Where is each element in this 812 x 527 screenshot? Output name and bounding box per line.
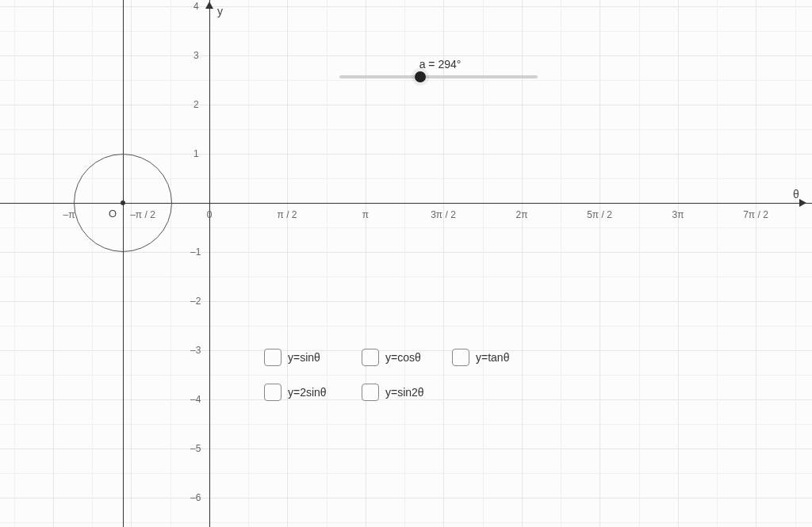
grid-minor-h xyxy=(0,129,812,130)
grid-v xyxy=(756,0,756,527)
grid-v xyxy=(366,0,366,527)
checkbox-2sin[interactable]: y=2sinθ xyxy=(264,384,327,401)
grid-minor-v xyxy=(170,0,171,527)
x-tick: π / 2 xyxy=(278,209,297,220)
grid-v xyxy=(53,0,54,527)
y-tick: –5 xyxy=(190,443,201,454)
x-tick: 2π xyxy=(516,209,528,220)
checkbox-tan[interactable]: y=tanθ xyxy=(452,349,509,366)
grid-v xyxy=(287,0,288,527)
x-tick: 3π xyxy=(672,209,684,220)
x-tick: π xyxy=(362,209,369,220)
grid-minor-v xyxy=(327,0,327,527)
grid-minor-v xyxy=(92,0,93,527)
y-tick: –4 xyxy=(190,394,201,405)
checkbox-label: y=sinθ xyxy=(288,351,320,364)
grid-minor-h xyxy=(0,375,812,376)
x-tick: 5π / 2 xyxy=(587,209,612,220)
checkbox-box-icon xyxy=(452,349,469,366)
grid-v xyxy=(443,0,444,527)
checkbox-box-icon xyxy=(362,384,379,401)
x-axis-label: θ xyxy=(793,188,799,200)
checkbox-sin2[interactable]: y=sin2θ xyxy=(362,384,424,401)
y-tick: 3 xyxy=(193,50,199,61)
y-tick: –2 xyxy=(190,296,201,307)
x-tick: 0 xyxy=(207,209,213,220)
checkbox-box-icon xyxy=(362,349,379,366)
x-tick: 3π / 2 xyxy=(431,209,456,220)
slider-track[interactable] xyxy=(339,75,538,78)
grid-v xyxy=(131,0,132,527)
grid-minor-h xyxy=(0,424,812,425)
checkbox-label: y=tanθ xyxy=(476,351,509,364)
grid-v xyxy=(522,0,523,527)
grid-minor-v xyxy=(404,0,405,527)
x-axis-arrow-icon xyxy=(799,199,806,207)
grid-minor-v xyxy=(795,0,796,527)
y-axis xyxy=(209,0,210,527)
grid-minor-h xyxy=(0,473,812,474)
grid-minor-h xyxy=(0,522,812,523)
checkbox-box-icon xyxy=(264,349,282,366)
unit-circle-center-point[interactable] xyxy=(121,200,125,205)
checkbox-label: y=cosθ xyxy=(385,351,421,364)
grid-minor-v xyxy=(248,0,249,527)
grid-v xyxy=(678,0,679,527)
grid-minor-v xyxy=(639,0,640,527)
grid-minor-v xyxy=(717,0,718,527)
y-tick: –1 xyxy=(190,246,201,258)
grid-h xyxy=(0,449,812,449)
grid-minor-h xyxy=(0,326,812,327)
grid-h xyxy=(0,252,812,253)
grid-minor-h xyxy=(0,31,812,32)
grid-h xyxy=(0,105,812,105)
slider-thumb[interactable] xyxy=(415,71,426,82)
x-tick: –π xyxy=(63,209,75,220)
grid-minor-h xyxy=(0,80,812,81)
grid-minor-v xyxy=(483,0,484,527)
grid-h xyxy=(0,55,812,56)
grid-minor-v xyxy=(561,0,561,527)
checkbox-label: y=2sinθ xyxy=(288,386,327,399)
x-tick: 7π / 2 xyxy=(743,209,768,220)
vertical-guide-line xyxy=(123,0,124,527)
slider-label: a = 294° xyxy=(419,58,462,71)
y-tick: –3 xyxy=(190,345,201,356)
y-axis-label: y xyxy=(217,5,223,17)
y-axis-arrow-icon xyxy=(205,2,213,9)
y-tick: 2 xyxy=(193,99,199,110)
y-tick: 1 xyxy=(193,148,199,159)
grid-h xyxy=(0,6,812,7)
grid-minor-h xyxy=(0,277,812,277)
checkbox-sin[interactable]: y=sinθ xyxy=(264,349,320,366)
checkbox-cos[interactable]: y=cosθ xyxy=(362,349,421,366)
grid-v xyxy=(599,0,600,527)
grid-h xyxy=(0,301,812,302)
grid-minor-v xyxy=(14,0,15,527)
checkbox-label: y=sin2θ xyxy=(385,386,424,399)
y-tick: –6 xyxy=(190,492,201,503)
checkbox-box-icon xyxy=(264,384,282,401)
y-tick: 4 xyxy=(193,1,199,12)
grid-h xyxy=(0,498,812,498)
plot-canvas[interactable]: y θ O –π –π / 2 0 π / 2 π 3π / 2 2π 5π /… xyxy=(0,0,812,527)
